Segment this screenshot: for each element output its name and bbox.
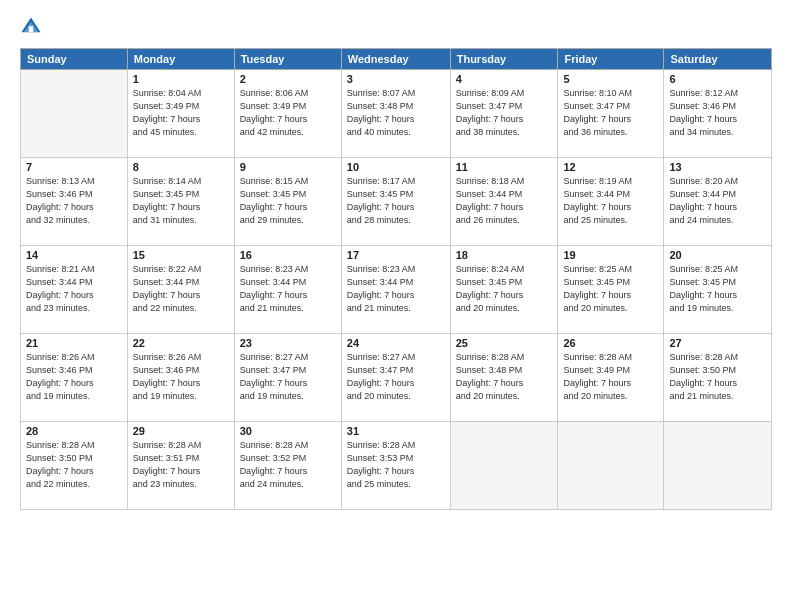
day-number: 16: [240, 249, 336, 261]
calendar-header-thursday: Thursday: [450, 49, 558, 70]
day-info: Sunrise: 8:14 AM Sunset: 3:45 PM Dayligh…: [133, 175, 229, 227]
calendar-cell: 5Sunrise: 8:10 AM Sunset: 3:47 PM Daylig…: [558, 70, 664, 158]
calendar-cell: 2Sunrise: 8:06 AM Sunset: 3:49 PM Daylig…: [234, 70, 341, 158]
day-number: 15: [133, 249, 229, 261]
day-number: 2: [240, 73, 336, 85]
calendar-cell: 20Sunrise: 8:25 AM Sunset: 3:45 PM Dayli…: [664, 246, 772, 334]
logo: [20, 16, 46, 38]
day-info: Sunrise: 8:26 AM Sunset: 3:46 PM Dayligh…: [133, 351, 229, 403]
day-number: 6: [669, 73, 766, 85]
day-number: 19: [563, 249, 658, 261]
calendar-cell: 14Sunrise: 8:21 AM Sunset: 3:44 PM Dayli…: [21, 246, 128, 334]
day-number: 3: [347, 73, 445, 85]
calendar-week-5: 28Sunrise: 8:28 AM Sunset: 3:50 PM Dayli…: [21, 422, 772, 510]
calendar-cell: 19Sunrise: 8:25 AM Sunset: 3:45 PM Dayli…: [558, 246, 664, 334]
day-number: 17: [347, 249, 445, 261]
calendar-cell: 4Sunrise: 8:09 AM Sunset: 3:47 PM Daylig…: [450, 70, 558, 158]
day-number: 13: [669, 161, 766, 173]
calendar-cell: [664, 422, 772, 510]
day-info: Sunrise: 8:17 AM Sunset: 3:45 PM Dayligh…: [347, 175, 445, 227]
calendar-cell: 31Sunrise: 8:28 AM Sunset: 3:53 PM Dayli…: [341, 422, 450, 510]
day-info: Sunrise: 8:27 AM Sunset: 3:47 PM Dayligh…: [240, 351, 336, 403]
calendar-cell: 28Sunrise: 8:28 AM Sunset: 3:50 PM Dayli…: [21, 422, 128, 510]
day-number: 27: [669, 337, 766, 349]
day-number: 18: [456, 249, 553, 261]
calendar-cell: 26Sunrise: 8:28 AM Sunset: 3:49 PM Dayli…: [558, 334, 664, 422]
day-info: Sunrise: 8:20 AM Sunset: 3:44 PM Dayligh…: [669, 175, 766, 227]
calendar-cell: [558, 422, 664, 510]
calendar-cell: 3Sunrise: 8:07 AM Sunset: 3:48 PM Daylig…: [341, 70, 450, 158]
calendar-week-4: 21Sunrise: 8:26 AM Sunset: 3:46 PM Dayli…: [21, 334, 772, 422]
svg-rect-2: [29, 26, 33, 32]
day-number: 26: [563, 337, 658, 349]
calendar-cell: 25Sunrise: 8:28 AM Sunset: 3:48 PM Dayli…: [450, 334, 558, 422]
calendar-cell: 7Sunrise: 8:13 AM Sunset: 3:46 PM Daylig…: [21, 158, 128, 246]
day-number: 28: [26, 425, 122, 437]
day-number: 11: [456, 161, 553, 173]
day-info: Sunrise: 8:04 AM Sunset: 3:49 PM Dayligh…: [133, 87, 229, 139]
day-info: Sunrise: 8:28 AM Sunset: 3:50 PM Dayligh…: [669, 351, 766, 403]
calendar-cell: 12Sunrise: 8:19 AM Sunset: 3:44 PM Dayli…: [558, 158, 664, 246]
day-number: 22: [133, 337, 229, 349]
day-info: Sunrise: 8:28 AM Sunset: 3:50 PM Dayligh…: [26, 439, 122, 491]
day-info: Sunrise: 8:25 AM Sunset: 3:45 PM Dayligh…: [563, 263, 658, 315]
day-number: 7: [26, 161, 122, 173]
day-info: Sunrise: 8:28 AM Sunset: 3:51 PM Dayligh…: [133, 439, 229, 491]
calendar-header-wednesday: Wednesday: [341, 49, 450, 70]
day-number: 25: [456, 337, 553, 349]
day-info: Sunrise: 8:06 AM Sunset: 3:49 PM Dayligh…: [240, 87, 336, 139]
day-info: Sunrise: 8:28 AM Sunset: 3:52 PM Dayligh…: [240, 439, 336, 491]
calendar-cell: 6Sunrise: 8:12 AM Sunset: 3:46 PM Daylig…: [664, 70, 772, 158]
day-number: 12: [563, 161, 658, 173]
calendar: SundayMondayTuesdayWednesdayThursdayFrid…: [20, 48, 772, 510]
calendar-header-tuesday: Tuesday: [234, 49, 341, 70]
day-number: 29: [133, 425, 229, 437]
day-info: Sunrise: 8:13 AM Sunset: 3:46 PM Dayligh…: [26, 175, 122, 227]
calendar-cell: 16Sunrise: 8:23 AM Sunset: 3:44 PM Dayli…: [234, 246, 341, 334]
day-info: Sunrise: 8:28 AM Sunset: 3:49 PM Dayligh…: [563, 351, 658, 403]
day-info: Sunrise: 8:27 AM Sunset: 3:47 PM Dayligh…: [347, 351, 445, 403]
day-info: Sunrise: 8:12 AM Sunset: 3:46 PM Dayligh…: [669, 87, 766, 139]
day-info: Sunrise: 8:23 AM Sunset: 3:44 PM Dayligh…: [240, 263, 336, 315]
calendar-week-1: 1Sunrise: 8:04 AM Sunset: 3:49 PM Daylig…: [21, 70, 772, 158]
day-number: 31: [347, 425, 445, 437]
day-number: 5: [563, 73, 658, 85]
day-number: 9: [240, 161, 336, 173]
day-info: Sunrise: 8:21 AM Sunset: 3:44 PM Dayligh…: [26, 263, 122, 315]
page: SundayMondayTuesdayWednesdayThursdayFrid…: [0, 0, 792, 612]
calendar-cell: 29Sunrise: 8:28 AM Sunset: 3:51 PM Dayli…: [127, 422, 234, 510]
calendar-cell: 9Sunrise: 8:15 AM Sunset: 3:45 PM Daylig…: [234, 158, 341, 246]
day-number: 20: [669, 249, 766, 261]
header: [20, 16, 772, 38]
calendar-cell: 30Sunrise: 8:28 AM Sunset: 3:52 PM Dayli…: [234, 422, 341, 510]
calendar-cell: 11Sunrise: 8:18 AM Sunset: 3:44 PM Dayli…: [450, 158, 558, 246]
day-info: Sunrise: 8:23 AM Sunset: 3:44 PM Dayligh…: [347, 263, 445, 315]
calendar-cell: 10Sunrise: 8:17 AM Sunset: 3:45 PM Dayli…: [341, 158, 450, 246]
calendar-week-3: 14Sunrise: 8:21 AM Sunset: 3:44 PM Dayli…: [21, 246, 772, 334]
calendar-header-friday: Friday: [558, 49, 664, 70]
calendar-cell: 8Sunrise: 8:14 AM Sunset: 3:45 PM Daylig…: [127, 158, 234, 246]
day-number: 10: [347, 161, 445, 173]
calendar-header-row: SundayMondayTuesdayWednesdayThursdayFrid…: [21, 49, 772, 70]
day-number: 4: [456, 73, 553, 85]
calendar-cell: 15Sunrise: 8:22 AM Sunset: 3:44 PM Dayli…: [127, 246, 234, 334]
calendar-cell: 1Sunrise: 8:04 AM Sunset: 3:49 PM Daylig…: [127, 70, 234, 158]
calendar-cell: 21Sunrise: 8:26 AM Sunset: 3:46 PM Dayli…: [21, 334, 128, 422]
day-info: Sunrise: 8:22 AM Sunset: 3:44 PM Dayligh…: [133, 263, 229, 315]
calendar-cell: 13Sunrise: 8:20 AM Sunset: 3:44 PM Dayli…: [664, 158, 772, 246]
calendar-week-2: 7Sunrise: 8:13 AM Sunset: 3:46 PM Daylig…: [21, 158, 772, 246]
day-number: 1: [133, 73, 229, 85]
calendar-header-saturday: Saturday: [664, 49, 772, 70]
day-number: 21: [26, 337, 122, 349]
day-number: 23: [240, 337, 336, 349]
calendar-cell: 17Sunrise: 8:23 AM Sunset: 3:44 PM Dayli…: [341, 246, 450, 334]
day-info: Sunrise: 8:15 AM Sunset: 3:45 PM Dayligh…: [240, 175, 336, 227]
day-number: 14: [26, 249, 122, 261]
day-info: Sunrise: 8:24 AM Sunset: 3:45 PM Dayligh…: [456, 263, 553, 315]
calendar-cell: 22Sunrise: 8:26 AM Sunset: 3:46 PM Dayli…: [127, 334, 234, 422]
day-info: Sunrise: 8:07 AM Sunset: 3:48 PM Dayligh…: [347, 87, 445, 139]
calendar-cell: 24Sunrise: 8:27 AM Sunset: 3:47 PM Dayli…: [341, 334, 450, 422]
calendar-cell: [450, 422, 558, 510]
calendar-cell: 27Sunrise: 8:28 AM Sunset: 3:50 PM Dayli…: [664, 334, 772, 422]
day-number: 30: [240, 425, 336, 437]
